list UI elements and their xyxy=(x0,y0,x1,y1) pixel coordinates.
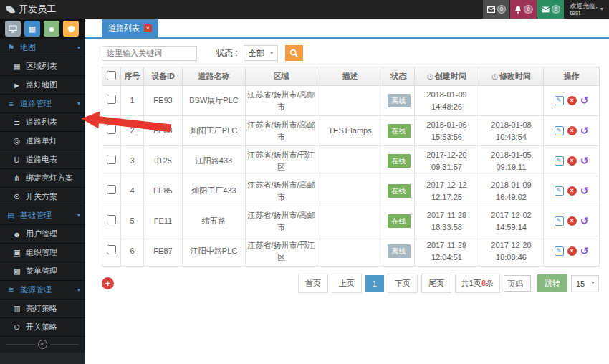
undo-icon[interactable]: ↺ xyxy=(580,216,589,226)
undo-icon[interactable]: ↺ xyxy=(580,246,589,256)
app-title: 开发员工 xyxy=(19,3,56,16)
user-shortcut-button[interactable]: ☻ xyxy=(44,21,59,37)
user-menu[interactable]: 欢迎光临, test ▾ xyxy=(564,0,609,19)
menu-item-icon: ☻ xyxy=(12,230,21,239)
sidebar-menu-item[interactable]: ⊙ 开关策略 xyxy=(0,318,85,337)
notifications-dropdown-button[interactable]: 0 xyxy=(510,0,537,19)
edit-icon[interactable]: ✎ xyxy=(555,186,564,196)
cell-created: 2017-12-12 12:17:25 xyxy=(415,176,479,206)
search-button[interactable] xyxy=(285,45,303,61)
add-road-button[interactable]: + xyxy=(102,277,114,289)
last-page-button[interactable]: 尾页 xyxy=(421,274,451,293)
sidebar-menu-item[interactable]: ▥ 亮灯策略 xyxy=(0,300,85,318)
undo-icon[interactable]: ↺ xyxy=(580,126,589,135)
delete-icon[interactable]: × xyxy=(567,126,577,135)
table-body: 1 FE93 BSW展厅PLC 江苏省/扬州市/高邮市 离线 2018-01-0… xyxy=(102,86,600,267)
filter-toolbar: 状态 : 全部 xyxy=(85,39,609,67)
cell-select xyxy=(102,206,121,236)
sidebar-menu-item[interactable]: ⋔ 绑定亮灯方案 xyxy=(0,169,85,188)
menu-item-label: 路灯地图 xyxy=(26,80,57,90)
table-row: 5 FE11 纬五路 江苏省/扬州市/高邮市 在线 2017-11-29 18:… xyxy=(102,206,600,236)
menu-item-label: 区域列表 xyxy=(26,61,57,72)
cell-description xyxy=(317,206,383,236)
cell-device-id: FE85 xyxy=(144,176,183,206)
delete-icon[interactable]: × xyxy=(567,186,577,196)
cell-device-id: FE87 xyxy=(144,236,183,267)
row-checkbox[interactable] xyxy=(107,185,116,194)
sidebar-menu-item[interactable]: ◎ 道路单灯 xyxy=(0,132,85,150)
edit-icon[interactable]: ✎ xyxy=(555,246,564,256)
sidebar-menu-item[interactable]: ▣ 组织管理 xyxy=(0,244,85,262)
keyword-input[interactable] xyxy=(102,46,197,61)
tab-close-icon[interactable]: × xyxy=(144,24,152,32)
sidebar-menu-item[interactable]: ⚑ 地图 ▾ xyxy=(0,39,85,57)
sidebar: ▦ ☻ ⚑ 地图 ▾ ▦ 区域列表 ► 路灯地图 xyxy=(0,19,85,364)
chevron-down-icon: ▾ xyxy=(77,44,80,51)
envelope-icon xyxy=(487,6,495,13)
prev-page-button[interactable]: 上页 xyxy=(332,274,362,293)
sidebar-menu-item[interactable]: ≣ 道路列表 xyxy=(0,113,85,132)
sidebar-menu-item[interactable]: ⊙ 开关方案 xyxy=(0,188,85,206)
messages-count-badge: 0 xyxy=(552,5,560,14)
topbar: 开发员工 0 0 0 欢迎光临, test ▾ xyxy=(0,0,609,19)
edit-icon[interactable]: ✎ xyxy=(555,156,564,166)
cell-created: 2018-01-06 15:53:56 xyxy=(415,116,479,146)
monitor-shortcut-button[interactable] xyxy=(5,21,21,37)
grid-shortcut-button[interactable]: ▦ xyxy=(24,21,40,37)
cell-description: TEST lamps xyxy=(317,116,383,146)
cell-select xyxy=(102,116,121,146)
jump-button[interactable]: 跳转 xyxy=(537,274,567,292)
row-checkbox[interactable] xyxy=(107,215,116,224)
sidebar-menu-item[interactable]: U 道路电表 xyxy=(0,150,85,169)
sidebar-menu-item[interactable]: ▩ 菜单管理 xyxy=(0,262,85,281)
cell-device-id: 0125 xyxy=(144,146,183,176)
sidebar-collapse-toggle[interactable]: « xyxy=(0,337,85,351)
delete-icon[interactable]: × xyxy=(567,246,577,256)
messages-dropdown-button[interactable]: 0 xyxy=(537,0,564,19)
undo-icon[interactable]: ↺ xyxy=(580,186,589,196)
sidebar-menu-item[interactable]: ▦ 区域列表 xyxy=(0,57,85,76)
undo-icon[interactable]: ↺ xyxy=(580,96,589,105)
first-page-button[interactable]: 首页 xyxy=(298,274,328,293)
undo-icon[interactable]: ↺ xyxy=(580,156,589,166)
current-page-button[interactable]: 1 xyxy=(365,275,384,292)
edit-icon[interactable]: ✎ xyxy=(555,216,564,226)
status-select[interactable]: 全部 xyxy=(244,45,278,61)
row-checkbox[interactable] xyxy=(107,95,116,104)
cell-road-name: 纬五路 xyxy=(183,206,246,236)
chevron-down-icon: ▾ xyxy=(77,287,80,293)
row-checkbox[interactable] xyxy=(107,125,116,134)
app-brand: 开发员工 xyxy=(0,0,85,19)
page-size-select[interactable]: 15 xyxy=(571,275,599,292)
edit-icon[interactable]: ✎ xyxy=(555,96,564,105)
cell-select xyxy=(102,146,121,176)
sidebar-menu-item[interactable]: ≋ 能源管理 ▾ xyxy=(0,281,85,300)
delete-icon[interactable]: × xyxy=(567,156,577,166)
next-page-button[interactable]: 下页 xyxy=(388,274,418,293)
sidebar-menu-item[interactable]: ► 路灯地图 xyxy=(0,76,85,95)
cell-road-name: 江阳路433 xyxy=(183,146,246,176)
select-all-checkbox[interactable] xyxy=(107,71,116,80)
delete-icon[interactable]: × xyxy=(567,96,577,105)
page-number-input[interactable] xyxy=(504,275,531,292)
cell-created: 2018-01-09 14:48:26 xyxy=(415,86,479,116)
edit-icon[interactable]: ✎ xyxy=(555,126,564,135)
delete-icon[interactable]: × xyxy=(567,216,577,226)
clock-icon: ◷ xyxy=(427,72,433,80)
table-row: 4 FE85 灿阳工厂433 江苏省/扬州市/高邮市 在线 2017-12-12… xyxy=(102,176,600,206)
menu-item-label: 开关方案 xyxy=(26,191,57,202)
cell-modified: 2017-12-20 18:00:46 xyxy=(479,236,544,267)
sidebar-menu-item[interactable]: ≡ 道路管理 ▾ xyxy=(0,95,85,113)
cell-modified: 2018-01-08 10:43:54 xyxy=(479,116,544,146)
sidebar-menu-item[interactable]: ▤ 基础管理 ▾ xyxy=(0,206,85,225)
cell-device-id: FE93 xyxy=(144,86,183,116)
shield-shortcut-button[interactable] xyxy=(63,21,79,37)
sidebar-menu-item[interactable]: ☻ 用户管理 xyxy=(0,225,85,244)
user-icon: ☻ xyxy=(47,21,56,37)
row-checkbox[interactable] xyxy=(107,245,116,254)
row-checkbox[interactable] xyxy=(107,155,116,164)
tasks-dropdown-button[interactable]: 0 xyxy=(483,0,509,19)
menu-item-label: 道路单灯 xyxy=(26,135,57,146)
table-row: 1 FE93 BSW展厅PLC 江苏省/扬州市/高邮市 离线 2018-01-0… xyxy=(102,86,600,116)
tab-road-list[interactable]: 道路列表 × xyxy=(102,19,158,37)
